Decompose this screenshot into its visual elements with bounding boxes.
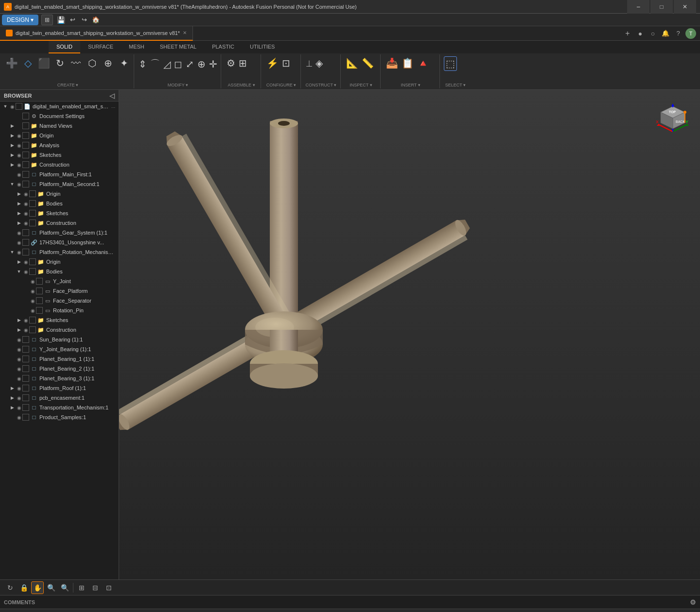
insert-btn3[interactable]: 🔺 [416,56,431,70]
grid-btn[interactable]: ⊡ [103,581,115,594]
tab-solid[interactable]: SOLID [49,41,80,53]
maximize-button[interactable]: □ [650,0,673,14]
configure-btn1[interactable]: ⚡ [265,56,280,70]
tree-item-31[interactable]: ▶◉□Transportation_Mechanism:1 [0,403,119,412]
select-btn[interactable]: ⬚ [444,56,457,71]
chamfer-btn[interactable]: ◿ [162,57,172,71]
tree-eye-icon[interactable]: ◉ [22,220,29,226]
move-btn[interactable]: ✛ [208,57,219,71]
construct-btn2[interactable]: ◈ [314,56,324,70]
tree-item-9[interactable]: ▶◉📁Origin [0,189,119,199]
press-pull-btn[interactable]: ⇕ [137,57,148,71]
tree-item-14[interactable]: ◉🔗17HS3401_Usongshine v... [0,238,119,247]
tree-eye-icon[interactable]: ◉ [16,394,22,401]
tree-eye-icon[interactable]: ◉ [29,278,36,285]
tree-eye-icon[interactable]: ◉ [16,346,22,353]
web-btn[interactable]: ✦ [116,56,132,70]
tree-item-30[interactable]: ▶◉□pcb_encasement:1 [0,393,119,403]
shell-btn[interactable]: ◻ [173,57,184,71]
tree-item-29[interactable]: ▶◉□Platform_Roof (1):1 [0,383,119,393]
tree-item-0[interactable]: ▼◉📄digital_twin_enabled_smart_shi...… [0,102,119,111]
browser-collapse-icon[interactable]: ◁ [109,92,115,100]
tab-plastic[interactable]: PLASTIC [204,41,242,53]
tree-item-16[interactable]: ▶◉📁Origin [0,257,119,267]
tree-eye-icon[interactable]: ◉ [16,171,22,178]
tree-item-20[interactable]: ◉▭Face_Separator [0,296,119,306]
extrude-btn[interactable]: ⬛ [36,56,52,70]
tree-eye-icon[interactable]: ◉ [22,326,29,333]
zoom-window-btn[interactable]: 🔍 [58,581,71,594]
inspect-btn2[interactable]: 📏 [360,56,375,70]
avatar[interactable]: T [685,28,696,39]
tree-eye-icon[interactable]: ◉ [16,132,22,139]
help-icon2[interactable]: ○ [648,28,658,39]
tree-eye-icon[interactable]: ◉ [16,414,22,421]
scale-btn[interactable]: ⤢ [184,57,195,71]
sketch-btn[interactable]: ◇ [20,56,35,70]
viewport[interactable]: X Y TOP BACK [119,90,700,579]
tree-eye-icon[interactable]: ◉ [22,190,29,197]
tree-eye-icon[interactable]: ◉ [29,288,36,294]
tree-item-8[interactable]: ▼◉□Platform_Main_Second:1 [0,179,119,189]
tree-item-13[interactable]: ◉□Platform_Gear_System (1):1 [0,228,119,238]
tree-eye-icon[interactable]: ◉ [16,375,22,382]
tree-eye-icon[interactable]: ◉ [16,181,22,187]
tree-item-17[interactable]: ▼◉📁Bodies [0,267,119,276]
pan-btn[interactable]: 🔒 [18,581,30,594]
tree-item-21[interactable]: ◉▭Rotation_Pin [0,306,119,315]
zoom-btn[interactable]: 🔍 [45,581,57,594]
tree-eye-icon[interactable]: ◉ [22,258,29,265]
tree-eye-icon[interactable]: ◉ [22,210,29,217]
new-component-btn[interactable]: ➕ [4,56,19,70]
tree-eye-icon[interactable]: ◉ [16,152,22,158]
tree-item-26[interactable]: ◉□Planet_Bearing_1 (1):1 [0,354,119,364]
tree-item-11[interactable]: ▶◉📁Sketches [0,208,119,218]
tree-item-12[interactable]: ▶◉📁Construction [0,218,119,228]
fillet-btn[interactable]: ⌒ [149,56,161,71]
tree-eye-icon[interactable]: ◉ [16,356,22,362]
revolve-btn[interactable]: ↻ [52,56,68,70]
tree-eye-icon[interactable]: ◉ [16,249,22,255]
tab-surface[interactable]: SURFACE [80,41,121,53]
display-mode-btn[interactable]: ⊞ [75,581,88,594]
tree-item-3[interactable]: ▶◉📁Origin [0,131,119,140]
tree-eye-icon[interactable]: ◉ [22,317,29,323]
tree-item-5[interactable]: ▶◉📁Sketches [0,150,119,160]
tree-eye-icon[interactable]: ◉ [16,365,22,372]
tree-eye-icon[interactable]: ◉ [16,385,22,391]
menu-grid-btn[interactable]: ⊞ [41,15,53,25]
tree-item-19[interactable]: ◉▭Face_Platform [0,286,119,296]
tree-item-10[interactable]: ▶◉📁Bodies [0,199,119,208]
menu-home-btn[interactable]: 🏠 [90,15,102,25]
view-cube[interactable]: X Y TOP BACK [653,98,692,136]
tree-eye-icon[interactable]: ◉ [16,239,22,246]
tree-item-23[interactable]: ▶◉📁Construction [0,325,119,335]
rib-btn[interactable]: ⊕ [100,56,116,70]
new-tab-button[interactable]: + [622,28,633,39]
configure-btn2[interactable]: ⊡ [280,56,292,70]
tree-eye-icon[interactable]: ◉ [22,268,29,275]
joint-btn[interactable]: ⚙ [225,56,237,70]
tree-item-15[interactable]: ▼◉□Platform_Rotation_Mechanism... [0,247,119,257]
insert-btn2[interactable]: 📋 [400,56,415,70]
tree-eye-icon[interactable]: ◉ [16,161,22,168]
comments-settings-icon[interactable]: ⚙ [690,598,696,606]
tree-item-1[interactable]: ⚙Document Settings [0,111,119,121]
bell-icon[interactable]: 🔔 [660,28,671,39]
active-tab[interactable]: digital_twin_enabled_smart_shipping_work… [0,26,193,41]
tree-eye-icon[interactable]: ◉ [29,297,36,304]
tree-item-25[interactable]: ◉□Y_Joint_Bearing (1):1 [0,344,119,354]
help-icon1[interactable]: ● [635,28,646,39]
tree-item-32[interactable]: ◉□Product_Samples:1 [0,412,119,422]
tab-close-icon[interactable]: ✕ [183,30,187,35]
tree-eye-icon[interactable]: ◉ [29,307,36,314]
tree-options-icon[interactable]: … [110,103,117,110]
tab-sheet-metal[interactable]: SHEET METAL [152,41,204,53]
hand-btn[interactable]: ✋ [31,581,44,594]
sweep-btn[interactable]: 〰 [68,57,84,70]
tree-item-6[interactable]: ▶◉📁Construction [0,160,119,170]
tree-eye-icon[interactable]: ◉ [16,404,22,411]
menu-undo-btn[interactable]: ↩ [67,15,78,25]
menu-redo-btn[interactable]: ↪ [78,15,90,25]
loft-btn[interactable]: ⬡ [84,56,100,70]
